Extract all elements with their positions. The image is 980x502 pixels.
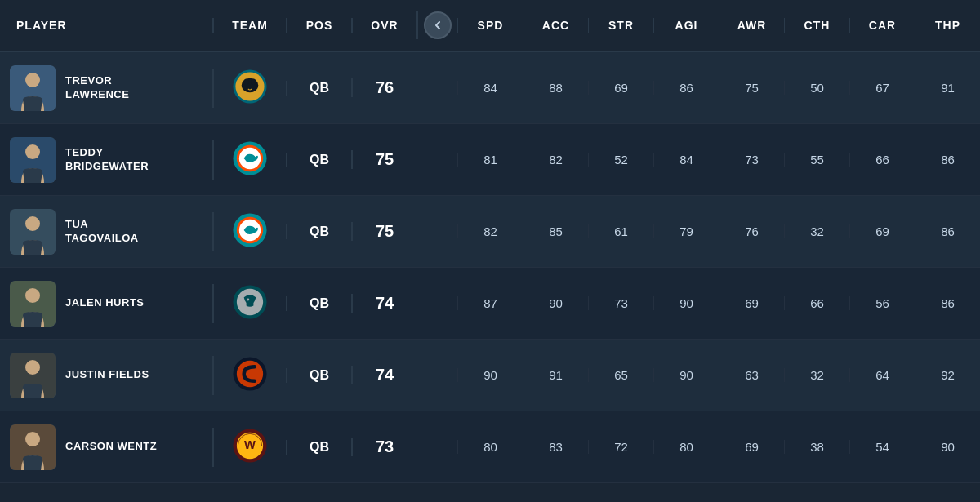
pos-value: QB [310, 81, 329, 95]
spd-cell: 87 [457, 296, 523, 310]
acc-cell: 82 [523, 153, 588, 167]
ovr-value: 74 [376, 366, 394, 384]
acc-cell: 91 [523, 368, 588, 382]
table-row[interactable]: TEDDYBRIDGEWATER QB 75 81 82 52 84 73 55… [0, 124, 980, 196]
svg-point-15 [25, 216, 40, 231]
str-cell: 52 [588, 153, 653, 167]
str-cell: 65 [588, 368, 653, 382]
header-acc: ACC [523, 18, 588, 33]
str-cell: 61 [588, 224, 653, 238]
thp-cell: 86 [915, 153, 980, 167]
header-car: CAR [849, 18, 915, 33]
avatar [10, 137, 56, 183]
table-row[interactable]: JUSTIN FIELDS QB 74 90 91 65 90 63 32 64… [0, 340, 980, 411]
cth-cell: 32 [784, 224, 849, 238]
ovr-value: 73 [376, 438, 394, 455]
str-cell: 69 [588, 81, 653, 95]
player-name: JUSTIN FIELDS [65, 368, 149, 382]
ovr-cell: 73 [351, 438, 416, 456]
team-logo-cell [212, 284, 286, 323]
player-name: TUATAGOVAILOA [65, 218, 139, 246]
table-row[interactable]: TUATAGOVAILOA QB 75 82 85 61 79 76 32 69… [0, 196, 980, 268]
table-header: PLAYER TEAM POS OVR SPD ACC STR AGI [0, 0, 980, 52]
pos-cell: QB [286, 440, 351, 455]
awr-cell: 69 [719, 440, 784, 454]
awr-cell: 75 [719, 81, 784, 95]
scroll-left-button[interactable] [424, 11, 452, 39]
car-cell: 54 [849, 440, 915, 454]
player-rows: TREVORLAWRENCE QB 76 84 88 69 86 75 50 6… [0, 52, 980, 483]
header-nav[interactable] [416, 11, 457, 39]
acc-cell: 90 [523, 296, 588, 310]
player-name: JALEN HURTS [65, 296, 145, 310]
table-row[interactable]: TREVORLAWRENCE QB 76 84 88 69 86 75 50 6… [0, 52, 980, 124]
ovr-value: 75 [376, 150, 394, 168]
ovr-value: 74 [376, 294, 394, 312]
car-cell: 67 [849, 81, 915, 95]
spd-cell: 90 [457, 368, 523, 382]
spd-cell: 81 [457, 153, 523, 167]
header-player: PLAYER [0, 18, 212, 33]
team-logo [232, 284, 268, 323]
svg-point-25 [25, 360, 40, 375]
cth-cell: 50 [784, 81, 849, 95]
avatar [10, 65, 56, 111]
team-logo-cell [212, 69, 286, 108]
player-cell: TREVORLAWRENCE [0, 65, 212, 111]
thp-cell: 86 [915, 224, 980, 238]
ovr-cell: 75 [351, 222, 416, 241]
acc-cell: 83 [523, 440, 588, 454]
team-logo [232, 212, 268, 251]
svg-text:W: W [244, 438, 256, 451]
awr-cell: 73 [719, 153, 784, 167]
header-team: TEAM [212, 18, 286, 33]
cth-cell: 66 [784, 296, 849, 310]
car-cell: 64 [849, 368, 915, 382]
player-cell: CARSON WENTZ [0, 424, 212, 470]
str-cell: 73 [588, 296, 653, 310]
awr-cell: 63 [719, 368, 784, 382]
pos-value: QB [310, 224, 329, 238]
pos-value: QB [310, 440, 329, 454]
cth-cell: 38 [784, 440, 849, 454]
svg-point-6 [251, 78, 256, 84]
player-table: PLAYER TEAM POS OVR SPD ACC STR AGI [0, 0, 980, 483]
table-row[interactable]: CARSON WENTZ W QB 73 80 83 72 80 69 38 5… [0, 411, 980, 483]
ovr-cell: 74 [351, 366, 416, 384]
pos-cell: QB [286, 81, 351, 96]
team-logo-cell [212, 356, 286, 395]
thp-cell: 90 [915, 440, 980, 454]
acc-cell: 85 [523, 224, 588, 238]
pos-value: QB [310, 296, 329, 310]
player-cell: JALEN HURTS [0, 281, 212, 327]
team-logo-cell [212, 212, 286, 251]
svg-point-10 [25, 144, 40, 159]
agi-cell: 79 [653, 224, 719, 238]
pos-cell: QB [286, 153, 351, 167]
cth-cell: 32 [784, 368, 849, 382]
player-cell: TUATAGOVAILOA [0, 209, 212, 255]
table-row[interactable]: JALEN HURTS QB 74 87 90 73 90 69 66 56 8… [0, 268, 980, 340]
ovr-value: 76 [376, 78, 394, 96]
awr-cell: 69 [719, 296, 784, 310]
spd-cell: 84 [457, 81, 523, 95]
team-logo [232, 356, 268, 395]
header-awr: AWR [719, 18, 784, 33]
avatar [10, 353, 56, 398]
ovr-cell: 74 [351, 294, 416, 313]
header-cth: CTH [784, 18, 849, 33]
cth-cell: 55 [784, 153, 849, 167]
car-cell: 66 [849, 153, 915, 167]
awr-cell: 76 [719, 224, 784, 238]
thp-cell: 91 [915, 81, 980, 95]
spd-cell: 80 [457, 440, 523, 454]
team-logo-cell [212, 140, 286, 180]
team-logo-cell: W [212, 428, 286, 467]
car-cell: 56 [849, 296, 915, 310]
pos-value: QB [310, 153, 329, 167]
team-logo: W [232, 428, 268, 467]
header-ovr: OVR [351, 18, 416, 33]
player-name: CARSON WENTZ [65, 440, 157, 454]
player-name: TEDDYBRIDGEWATER [65, 146, 149, 174]
thp-cell: 92 [915, 368, 980, 382]
